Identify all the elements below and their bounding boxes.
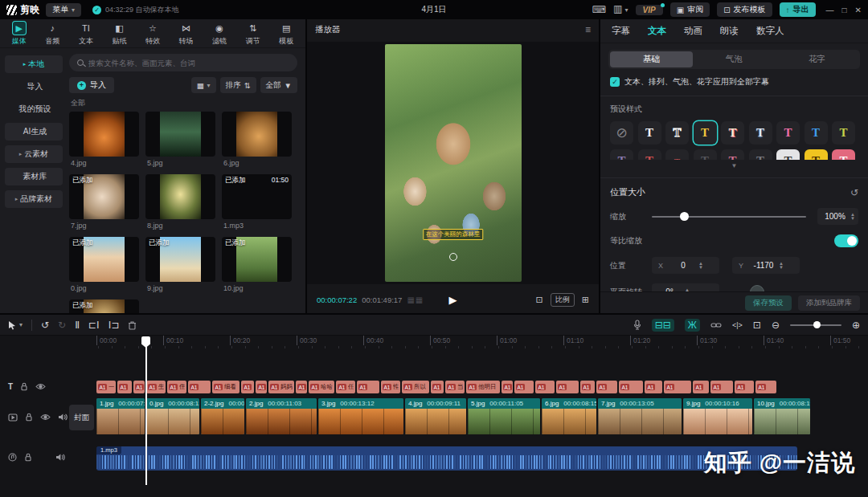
media-thumbnail[interactable]: 已添加 <box>222 237 292 282</box>
preset-style-tile[interactable]: T <box>665 149 689 160</box>
text-clip[interactable]: A1 <box>296 381 307 393</box>
select-tool-icon[interactable]: ▾ <box>8 320 23 331</box>
text-clip[interactable]: A1 <box>710 381 733 393</box>
media-thumbnail[interactable]: 已添加 <box>69 237 139 282</box>
video-clip[interactable]: 9.jpg 00:00:10:16 <box>683 398 752 434</box>
media-item[interactable]: 5.jpg <box>145 112 215 168</box>
sidebar-item[interactable]: ▸ 云素材 <box>5 145 63 163</box>
media-thumbnail[interactable] <box>69 112 139 157</box>
checkbox-checked-icon[interactable]: ✓ <box>610 77 620 87</box>
text-clip[interactable]: A1 <box>502 381 513 393</box>
preset-style-tile[interactable]: T <box>776 149 800 160</box>
timeline-view-icon[interactable]: ⊡ <box>753 320 761 331</box>
video-clip[interactable]: 5.jpg 00:00:11:05 <box>468 398 540 434</box>
media-item[interactable]: 已添加 <box>69 299 139 313</box>
preset-style-tile[interactable]: T <box>776 121 800 145</box>
undo-icon[interactable]: ↺ <box>41 320 49 331</box>
delete-icon[interactable] <box>128 320 137 330</box>
sidebar-item[interactable]: ▸ 品牌素材 <box>5 190 63 208</box>
subtab[interactable]: 气泡 <box>693 51 776 67</box>
text-clip[interactable]: A1 <box>188 381 211 393</box>
eye-icon[interactable] <box>40 413 51 421</box>
reset-icon[interactable]: ↺ <box>850 187 858 198</box>
media-item[interactable]: 已添加 0.jpg <box>69 237 139 293</box>
trim-right-icon[interactable]: Ⅰ⊐ <box>108 320 120 331</box>
media-thumbnail[interactable]: 已添加 <box>69 174 139 219</box>
preset-style-tile[interactable]: T <box>694 149 717 160</box>
filter-button[interactable]: 全部▼ <box>260 77 297 93</box>
speaker-icon[interactable] <box>55 453 65 462</box>
redo-icon[interactable]: ↻ <box>58 320 66 331</box>
lock-icon[interactable] <box>20 382 28 391</box>
text-clip[interactable]: A1 他明日 <box>466 381 500 393</box>
video-clip[interactable]: 3.jpg 00:00:13:12 <box>318 398 403 434</box>
text-clip[interactable]: A1 性 <box>381 381 400 393</box>
text-clip[interactable]: A1 哈哈 <box>309 381 334 393</box>
video-clip[interactable]: 4.jpg 00:00:09:11 <box>405 398 466 434</box>
media-tab[interactable]: ♪ 音频 <box>37 21 69 47</box>
subtab[interactable]: 基础 <box>610 51 693 67</box>
play-button[interactable]: ▶ <box>449 294 457 306</box>
linkage-icon[interactable]: Ж <box>685 319 700 332</box>
text-clip[interactable]: A1 <box>535 381 555 393</box>
preset-style-tile[interactable]: ⊘ <box>610 121 633 145</box>
audio-clip[interactable]: 1.mp3 <box>96 446 797 471</box>
text-clip[interactable]: A1 <box>619 381 643 393</box>
review-button[interactable]: ▣ 审阅 <box>670 2 710 17</box>
menu-button[interactable]: 菜单 ▾ <box>46 3 81 17</box>
text-clip[interactable]: A1 <box>556 381 579 393</box>
video-clip[interactable]: 7.jpg 00:00:13:05 <box>598 398 682 434</box>
media-item[interactable]: 8.jpg <box>145 174 215 230</box>
media-tab[interactable]: ⋈ 转场 <box>170 21 203 47</box>
text-clip[interactable]: A1 <box>693 381 709 393</box>
layout-switch-icon[interactable]: ▥ ▾ <box>613 2 628 17</box>
preset-style-tile[interactable]: T <box>610 149 633 160</box>
media-tab[interactable]: ☆ 特效 <box>137 21 169 47</box>
preset-style-tile[interactable]: T <box>638 121 661 145</box>
text-clip[interactable]: A1 当 <box>445 381 465 393</box>
video-preview[interactable]: 在这个美丽的森林里 <box>385 44 522 282</box>
media-thumbnail[interactable] <box>222 112 292 157</box>
stepper-arrows-icon[interactable]: ▲▼ <box>698 262 703 270</box>
position-x-stepper[interactable]: X 0 ▲▼ <box>652 257 719 274</box>
text-clip[interactable]: A1 <box>580 381 595 393</box>
media-tab[interactable]: ▤ 模板 <box>271 21 303 47</box>
scale-slider[interactable] <box>652 216 806 218</box>
preset-style-tile[interactable]: T <box>665 121 689 145</box>
text-panel-tab[interactable]: 数字人 <box>756 25 784 37</box>
video-clip[interactable]: 2-2.jpg 00:00 <box>201 398 244 434</box>
speaker-icon[interactable] <box>58 413 68 422</box>
sidebar-item[interactable]: ▸ 本地 <box>5 55 63 73</box>
media-item[interactable]: 已添加 7.jpg <box>69 174 139 230</box>
export-button[interactable]: ↑ 导出 <box>780 2 816 17</box>
media-thumbnail[interactable] <box>145 174 215 219</box>
zoom-in-icon[interactable]: ⊕ <box>852 320 860 331</box>
text-clip[interactable]: A1 住 <box>167 381 186 393</box>
close-button[interactable]: ✕ <box>855 6 862 14</box>
shortcut-keyboard-icon[interactable]: ⌨ <box>592 3 606 16</box>
rotate-handle-icon[interactable] <box>449 253 457 261</box>
preset-style-tile[interactable]: T <box>832 121 855 145</box>
text-clip[interactable]: A1 <box>357 381 379 393</box>
text-clip[interactable]: A1 <box>755 381 776 393</box>
save-preset-button[interactable]: 保存预设 <box>745 295 792 311</box>
media-item[interactable]: 4.jpg <box>69 112 139 168</box>
text-clip[interactable]: A1 <box>735 381 754 393</box>
text-clip[interactable]: A1 <box>596 381 617 393</box>
sidebar-item[interactable]: AI生成 <box>5 123 63 141</box>
preset-style-tile[interactable]: T <box>694 121 717 145</box>
media-thumbnail[interactable]: 已添加 <box>69 299 139 313</box>
timeline-ruler[interactable]: 00:00 00:10 00:20 00:30 00:40 00:50 01:0… <box>96 336 868 348</box>
video-clip[interactable]: 6.jpg 00:00:08:15 <box>542 398 596 434</box>
add-to-brand-button[interactable]: 添加到品牌库 <box>798 295 860 311</box>
vip-badge[interactable]: VIP <box>636 5 663 15</box>
text-clip[interactable]: A1 <box>241 381 254 393</box>
media-tab[interactable]: TI 文本 <box>70 21 102 47</box>
text-panel-tab[interactable]: 文本 <box>648 25 666 37</box>
video-clip[interactable]: 1.jpg 00:00:07:22 <box>96 398 145 434</box>
lock-icon[interactable] <box>25 413 33 422</box>
media-tab[interactable]: ◉ 滤镜 <box>203 21 235 47</box>
cover-button[interactable]: 封面 <box>69 405 94 430</box>
maximize-button[interactable]: □ <box>842 6 847 14</box>
media-thumbnail[interactable]: 已添加 01:50 <box>222 174 292 219</box>
